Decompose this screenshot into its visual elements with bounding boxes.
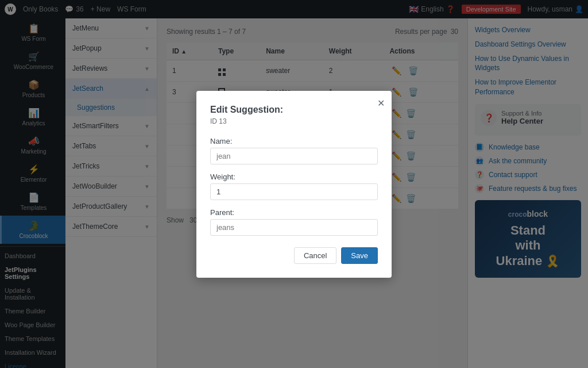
parent-field-row: Parent: xyxy=(210,208,378,236)
weight-input[interactable] xyxy=(210,183,378,200)
edit-suggestion-modal: ✕ Edit Suggestion: ID 13 Name: Weight: P… xyxy=(196,91,392,278)
modal-title: Edit Suggestion: xyxy=(210,105,378,115)
modal-actions: Cancel Save xyxy=(210,247,378,264)
modal-close-button[interactable]: ✕ xyxy=(377,98,385,109)
parent-input[interactable] xyxy=(210,219,378,236)
parent-label: Parent: xyxy=(210,208,378,217)
modal-subtitle: ID 13 xyxy=(210,117,378,125)
name-field-row: Name: xyxy=(210,137,378,164)
modal-overlay[interactable]: ✕ Edit Suggestion: ID 13 Name: Weight: P… xyxy=(0,0,588,368)
weight-field-row: Weight: xyxy=(210,172,378,200)
name-input[interactable] xyxy=(210,148,378,164)
save-button[interactable]: Save xyxy=(341,247,378,264)
cancel-button[interactable]: Cancel xyxy=(294,247,336,264)
weight-label: Weight: xyxy=(210,172,378,181)
name-label: Name: xyxy=(210,137,378,145)
